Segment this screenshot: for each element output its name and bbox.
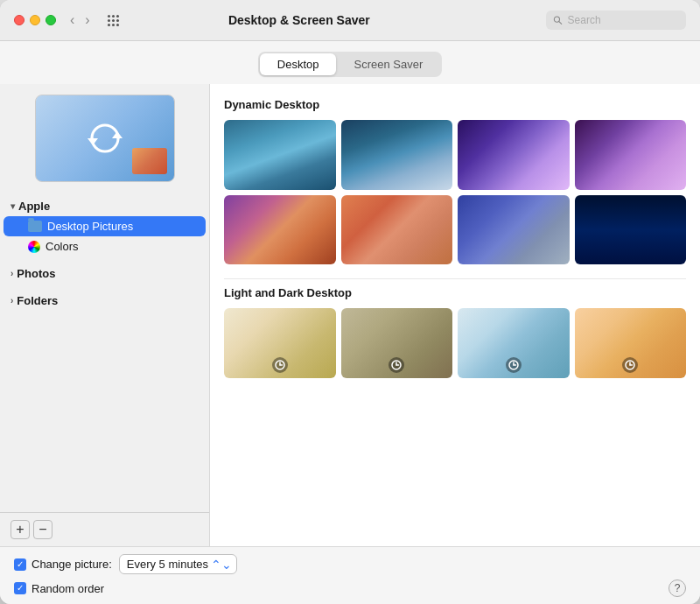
close-button[interactable]	[14, 15, 24, 25]
clock-overlay-icon	[506, 357, 522, 373]
change-picture-dropdown[interactable]: Every 5 minutes Every 1 minute Every 15 …	[119, 554, 237, 574]
content-area: Dynamic Desktop Light and Dark Desktop	[210, 84, 700, 546]
rotate-preview-icon	[79, 112, 131, 165]
preview-area	[0, 84, 209, 193]
wallpaper-thumb[interactable]	[575, 308, 687, 378]
wallpaper-thumb[interactable]	[458, 195, 570, 265]
sidebar-group-photos[interactable]: › Photos	[0, 263, 209, 284]
dynamic-desktop-section: Dynamic Desktop	[224, 98, 686, 264]
sidebar-item-colors[interactable]: Colors	[4, 236, 206, 256]
preview-thumbnail	[35, 95, 175, 182]
sidebar-item-label: Colors	[46, 240, 192, 253]
change-picture-checkbox[interactable]: ✓	[14, 558, 26, 571]
sidebar-section-apple: ▾ Apple Desktop Pictures Colors	[0, 193, 209, 260]
titlebar: ‹ › Desktop & Screen Saver Search	[0, 0, 700, 41]
wallpaper-thumb[interactable]	[458, 308, 570, 378]
sidebar-item-desktop-pictures[interactable]: Desktop Pictures	[4, 216, 206, 236]
wallpaper-thumb[interactable]	[341, 308, 453, 378]
colors-icon	[28, 241, 40, 253]
wallpaper-thumb[interactable]	[224, 195, 336, 265]
sidebar-section-folders: › Folders	[0, 287, 209, 314]
sidebar-group-apple[interactable]: ▾ Apple	[0, 196, 209, 216]
sidebar-group-label: Folders	[17, 294, 58, 307]
wallpaper-thumb[interactable]	[458, 120, 570, 190]
clock-overlay-icon	[622, 357, 638, 373]
sidebar-item-label: Desktop Pictures	[47, 220, 192, 233]
random-order-row: ✓ Random order ?	[14, 579, 686, 597]
sidebar-footer: + −	[0, 512, 209, 546]
dynamic-desktop-grid	[224, 120, 686, 264]
svg-line-1	[559, 22, 562, 25]
light-dark-section: Light and Dark Desktop	[224, 286, 686, 378]
clock-overlay-icon	[272, 357, 288, 373]
sidebar-group-folders[interactable]: › Folders	[0, 291, 209, 311]
remove-source-button[interactable]: −	[33, 520, 52, 539]
help-button[interactable]: ?	[668, 579, 686, 597]
maximize-button[interactable]	[46, 15, 56, 25]
sidebar-group-label: Photos	[17, 267, 55, 280]
clock-icon	[625, 360, 635, 370]
tabs-bar: Desktop Screen Saver	[0, 41, 700, 84]
wallpaper-thumb[interactable]	[575, 120, 687, 190]
change-picture-label: Change picture:	[32, 558, 112, 571]
random-order-checkbox[interactable]: ✓	[14, 582, 26, 594]
checkmark-icon: ✓	[17, 560, 24, 569]
bottom-bar: ✓ Change picture: Every 5 minutes Every …	[0, 546, 700, 604]
clock-icon	[391, 360, 402, 370]
traffic-lights	[14, 15, 56, 25]
random-order-checkbox-container: ✓ Random order	[14, 582, 104, 595]
sidebar: ▾ Apple Desktop Pictures Colors › Photos	[0, 84, 210, 546]
search-box[interactable]: Search	[546, 11, 686, 30]
wallpaper-thumb[interactable]	[575, 195, 687, 265]
tab-desktop[interactable]: Desktop	[260, 53, 337, 75]
folder-icon	[28, 221, 42, 232]
wallpaper-thumb[interactable]	[224, 120, 336, 190]
app-window: ‹ › Desktop & Screen Saver Search Deskto…	[0, 0, 700, 604]
chevron-down-icon: ▾	[10, 201, 15, 211]
sidebar-group-label: Apple	[18, 200, 50, 213]
svg-marker-3	[88, 138, 98, 145]
sidebar-section-photos: › Photos	[0, 260, 209, 287]
section-divider	[224, 278, 686, 279]
change-picture-row: ✓ Change picture: Every 5 minutes Every …	[14, 554, 686, 574]
minimize-button[interactable]	[30, 15, 40, 25]
checkmark-icon: ✓	[17, 584, 24, 593]
wallpaper-thumb[interactable]	[341, 120, 453, 190]
change-picture-dropdown-wrapper: Every 5 minutes Every 1 minute Every 15 …	[119, 554, 237, 574]
search-icon	[553, 15, 563, 25]
preview-corner-img	[132, 148, 167, 174]
chevron-right-icon: ›	[10, 269, 13, 278]
window-title: Desktop & Screen Saver	[63, 13, 536, 27]
svg-marker-2	[112, 131, 122, 138]
wallpaper-thumb[interactable]	[341, 195, 453, 265]
search-placeholder: Search	[568, 14, 679, 26]
light-dark-title: Light and Dark Desktop	[224, 286, 686, 299]
preview-inner	[36, 95, 174, 181]
add-source-button[interactable]: +	[10, 520, 30, 539]
clock-overlay-icon	[388, 357, 404, 373]
random-order-label: Random order	[32, 582, 104, 595]
clock-icon	[275, 360, 285, 370]
chevron-right-icon: ›	[10, 296, 13, 306]
clock-icon	[508, 360, 519, 370]
dynamic-desktop-title: Dynamic Desktop	[224, 98, 686, 111]
change-picture-checkbox-container: ✓ Change picture:	[14, 558, 112, 571]
tabs-container: Desktop Screen Saver	[258, 52, 442, 77]
tab-screen-saver[interactable]: Screen Saver	[336, 53, 440, 75]
main-content: ▾ Apple Desktop Pictures Colors › Photos	[0, 84, 700, 546]
wallpaper-thumb[interactable]	[224, 308, 336, 378]
light-dark-grid	[224, 308, 686, 378]
